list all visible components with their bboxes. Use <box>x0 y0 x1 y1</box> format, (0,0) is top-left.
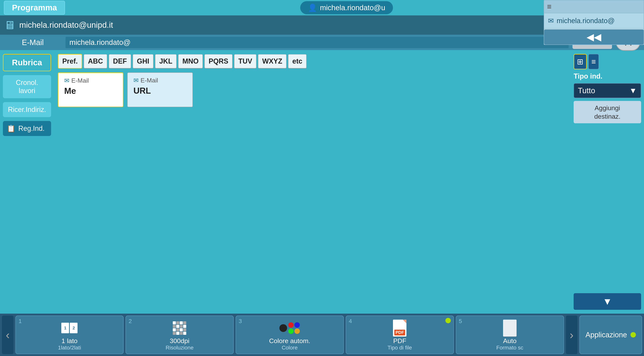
wxyz-button[interactable]: WXYZ <box>258 54 286 68</box>
left-arrow-icon: ‹ <box>6 328 10 342</box>
monitor-icon: 🖥 <box>4 18 16 32</box>
user-icon: 👤 <box>308 3 317 12</box>
def-button[interactable]: DEF <box>109 54 131 68</box>
tipo-ind-label: Tipo ind. <box>574 72 641 80</box>
reg-ind-label: Reg.Ind. <box>18 124 44 133</box>
list-view-button[interactable]: ≡ <box>588 54 599 69</box>
feature-num-4: 4 <box>349 318 352 325</box>
back-button[interactable]: ◀◀ <box>544 29 644 44</box>
feature-sublabel-auto: Formato sc <box>460 345 560 351</box>
reg-ind-button[interactable]: 📋 Reg.Ind. <box>3 121 51 136</box>
email-card-icon-url: ✉ <box>134 77 139 84</box>
scroll-down-icon: ▼ <box>602 296 612 307</box>
feature-label-300dpi: 300dpi <box>130 337 230 345</box>
email-card-icon-me: ✉ <box>64 77 70 84</box>
feature-card-pdf[interactable]: 4 PDF PDF Tipo di file <box>346 316 454 354</box>
sender-email: michela.riondato@unipd.it <box>19 20 563 30</box>
applicazione-label: Applicazione <box>586 331 627 339</box>
dropdown-overlay: ≡ ✉ michela.riondato@ ◀◀ <box>544 0 644 45</box>
pdf-badge: PDF <box>394 330 405 335</box>
alphabet-row: Pref. ABC DEF GHI JKL MNO PQRS TUV WXYZ … <box>58 54 567 69</box>
feature-num-5: 5 <box>459 318 462 325</box>
email-row-value: michela.riondato@ <box>66 37 568 48</box>
dropdown-header: ≡ <box>544 0 644 13</box>
cronol-button[interactable]: Cronol. lavori <box>3 75 51 98</box>
feature-icon-area-4: PDF <box>350 319 450 337</box>
right-panel: ⊞ ≡ Tipo ind. Tutto ▼ Aggiungidestinaz. … <box>571 52 644 312</box>
mno-button[interactable]: MNO <box>178 54 203 68</box>
address-card-url[interactable]: ✉ E-Mail URL <box>127 72 193 107</box>
envelope-icon: ✉ <box>548 17 554 25</box>
feature-label-colore: Colore autom. <box>240 337 340 345</box>
feature-sublabel-1lato: 1lato/2lati <box>20 345 119 351</box>
aggiungi-button[interactable]: Aggiungidestinaz. <box>574 101 641 123</box>
right-arrow-icon: › <box>570 328 574 342</box>
card-name-me: Me <box>64 86 117 96</box>
applicazione-button[interactable]: Applicazione <box>580 316 642 354</box>
feature-label-pdf: PDF <box>350 337 450 345</box>
sides-icon: 1 2 <box>61 323 78 333</box>
feature-icon-area-3 <box>240 319 340 337</box>
checker-icon <box>173 321 186 335</box>
feature-num-2: 2 <box>128 318 132 325</box>
user-button[interactable]: 👤 michela.riondato@u <box>300 1 393 14</box>
programma-button[interactable]: Programma <box>4 1 65 15</box>
feature-icon-area-1: 1 2 <box>20 319 119 337</box>
scroll-down-button[interactable]: ▼ <box>574 293 641 310</box>
feature-sublabel-colore: Colore <box>240 345 340 351</box>
green-dot-indicator <box>446 318 451 323</box>
pdf-icon: PDF <box>393 320 406 337</box>
feature-num-3: 3 <box>239 318 242 325</box>
main-content: Rubrica Cronol. lavori Ricer.Indiriz. 📋 … <box>0 50 644 314</box>
abc-button[interactable]: ABC <box>84 54 107 68</box>
feature-card-300dpi[interactable]: 2 300dpi Risoluzione <box>126 316 234 354</box>
feature-sublabel-pdf: Tipo di file <box>350 345 450 351</box>
address-cards: ✉ E-Mail Me ✉ E-Mail URL <box>58 72 567 107</box>
bottom-bar: ‹ 1 1 2 1 lato 1lato/2lati 2 <box>0 314 644 356</box>
pdf-corner <box>402 320 406 324</box>
feature-label-1lato: 1 lato <box>20 337 119 345</box>
next-arrow-button[interactable]: › <box>566 316 578 354</box>
feature-card-colore[interactable]: 3 Colore autom. Colore <box>236 316 344 354</box>
feature-card-1lato[interactable]: 1 1 2 1 lato 1lato/2lati <box>16 316 124 354</box>
center-area: Pref. ABC DEF GHI JKL MNO PQRS TUV WXYZ … <box>54 52 571 312</box>
reg-ind-icon: 📋 <box>7 124 16 133</box>
pref-button[interactable]: Pref. <box>58 54 82 69</box>
tuv-button[interactable]: TUV <box>234 54 256 68</box>
ghi-button[interactable]: GHI <box>133 54 154 68</box>
grid-view-icon: ⊞ <box>577 57 584 66</box>
etc-button[interactable]: etc <box>288 54 306 68</box>
menu-lines-icon: ≡ <box>547 2 552 11</box>
dropdown-email-text: michela.riondato@ <box>557 17 615 25</box>
jkl-button[interactable]: JKL <box>155 54 176 68</box>
user-email-label: michela.riondato@u <box>320 4 385 12</box>
address-card-me[interactable]: ✉ E-Mail Me <box>58 72 124 107</box>
card-type-url: ✉ E-Mail <box>134 77 187 84</box>
feature-icon-area-2 <box>130 319 230 337</box>
tipo-select[interactable]: Tutto ▼ <box>574 83 641 98</box>
card-type-label-url: E-Mail <box>140 77 158 84</box>
dropdown-email-item[interactable]: ✉ michela.riondato@ <box>544 13 644 28</box>
pdf-paper: PDF <box>393 320 406 337</box>
ricer-button[interactable]: Ricer.Indiriz. <box>3 102 51 117</box>
top-user-center: 👤 michela.riondato@u <box>69 1 624 14</box>
rubrica-button[interactable]: Rubrica <box>3 54 51 71</box>
feature-num-1: 1 <box>18 318 22 325</box>
grid-view-button[interactable]: ⊞ <box>574 54 587 69</box>
tipo-value: Tutto <box>578 86 595 95</box>
feature-sublabel-300dpi: Risoluzione <box>130 345 230 351</box>
feature-icon-area-5 <box>460 319 560 337</box>
views-row: ⊞ ≡ <box>574 54 641 69</box>
feature-label-auto: Auto <box>460 337 560 345</box>
card-type-label-me: E-Mail <box>71 77 89 84</box>
email-row-label: E-Mail <box>4 38 62 47</box>
card-name-url: URL <box>134 86 187 95</box>
applicazione-green-dot <box>630 332 636 338</box>
color-dots <box>288 322 300 334</box>
prev-arrow-button[interactable]: ‹ <box>2 316 14 354</box>
auto-page-icon <box>503 320 516 337</box>
pqrs-button[interactable]: PQRS <box>204 54 232 68</box>
feature-card-auto[interactable]: 5 Auto Formato sc <box>456 316 564 354</box>
side-page-1: 1 <box>61 323 69 333</box>
chevron-down-icon: ▼ <box>629 86 637 95</box>
